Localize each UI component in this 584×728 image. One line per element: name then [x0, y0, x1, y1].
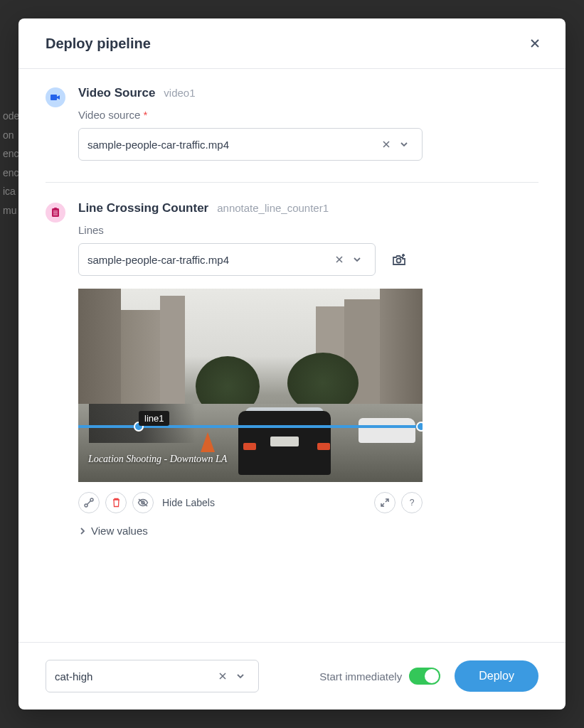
line-crossing-title: Line Crossing Counter: [78, 201, 208, 215]
line-tool-icon: [84, 498, 94, 508]
chevron-right-icon: [78, 527, 87, 535]
camera-icon: [51, 93, 60, 102]
clear-icon[interactable]: [378, 137, 395, 151]
video-source-icon: [46, 87, 65, 107]
view-values-label: View values: [91, 525, 148, 537]
svg-point-7: [85, 504, 87, 507]
lines-select-value: sample-people-car-traffic.mp4: [87, 254, 331, 266]
add-camera-icon: [391, 252, 407, 267]
svg-line-9: [87, 501, 91, 505]
lines-label: Lines: [78, 224, 538, 236]
svg-rect-0: [51, 95, 57, 100]
video-source-label: Video source *: [78, 109, 538, 121]
line-handle-right[interactable]: [416, 422, 423, 432]
eye-off-icon: [137, 498, 149, 508]
capture-frame-button[interactable]: [388, 250, 410, 269]
deployment-target-select[interactable]: cat-high: [46, 660, 259, 692]
modal-header: Deploy pipeline: [18, 18, 566, 69]
clear-icon[interactable]: [214, 669, 231, 683]
deployment-target-value: cat-high: [55, 670, 214, 682]
view-values-toggle[interactable]: View values: [78, 525, 538, 537]
modal-body: Video Source video1 Video source * sampl…: [18, 69, 566, 642]
line-crossing-icon: [46, 203, 65, 223]
image-watermark: Location Shooting - Downtown LA: [88, 454, 227, 465]
clear-icon[interactable]: [331, 252, 348, 267]
preview-image[interactable]: line1 Location Shooting - Downtown LA: [78, 289, 423, 482]
video-source-select-value: sample-people-car-traffic.mp4: [87, 139, 378, 151]
start-immediately-label: Start immediately: [319, 670, 402, 682]
hide-labels-text: Hide Labels: [162, 497, 215, 508]
line-label-badge: line1: [139, 411, 169, 426]
modal-footer: cat-high Start immediately Deploy: [18, 642, 566, 710]
fullscreen-button[interactable]: [374, 492, 395, 513]
chevron-down-icon[interactable]: [348, 252, 366, 267]
start-immediately-toggle[interactable]: [409, 668, 440, 685]
line-crossing-id: annotate_line_counter1: [217, 202, 329, 214]
video-source-id: video1: [164, 87, 195, 99]
video-source-select[interactable]: sample-people-car-traffic.mp4: [78, 128, 423, 161]
deploy-button[interactable]: Deploy: [455, 660, 538, 692]
draw-line-button[interactable]: [78, 492, 100, 513]
help-icon: ?: [410, 498, 415, 508]
svg-rect-2: [54, 208, 57, 210]
modal-title: Deploy pipeline: [46, 36, 151, 52]
toggle-knob: [425, 669, 439, 683]
deploy-pipeline-modal: Deploy pipeline Video Source video1 Vide…: [18, 18, 566, 710]
line-crossing-section: Line Crossing Counter annotate_line_coun…: [46, 201, 538, 558]
chevron-down-icon[interactable]: [395, 136, 413, 152]
help-button[interactable]: ?: [401, 492, 423, 513]
hide-button[interactable]: [132, 492, 154, 513]
video-source-title: Video Source: [78, 86, 155, 100]
trash-icon: [112, 498, 121, 508]
video-source-section: Video Source video1 Video source * sampl…: [46, 86, 538, 183]
annotation-line[interactable]: [78, 425, 423, 428]
svg-point-6: [397, 259, 401, 263]
lines-select[interactable]: sample-people-car-traffic.mp4: [78, 243, 376, 276]
clipboard-icon: [51, 208, 60, 218]
background-text: ode on enc enc ica mu: [0, 107, 19, 220]
delete-button[interactable]: [105, 492, 127, 513]
close-icon: [529, 37, 541, 50]
chevron-down-icon[interactable]: [231, 668, 250, 684]
close-button[interactable]: [526, 34, 544, 53]
svg-point-8: [90, 498, 93, 501]
required-indicator: *: [143, 109, 147, 121]
annotation-toolbar: Hide Labels ?: [78, 492, 423, 513]
expand-icon: [380, 498, 390, 508]
